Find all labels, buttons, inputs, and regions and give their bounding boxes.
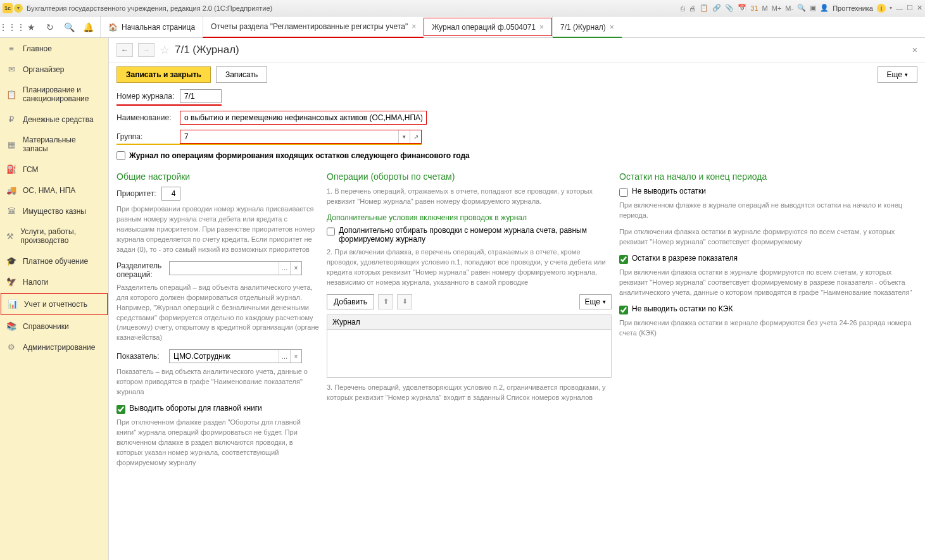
fuel-icon: ⛽: [6, 165, 16, 174]
sidebar-item-services[interactable]: ⚒Услуги, работы, производство: [0, 221, 108, 251]
tab-label: Начальная страница: [122, 23, 195, 32]
sidebar-item-materials[interactable]: ▦Материальные запасы: [0, 130, 108, 159]
name-input[interactable]: [180, 111, 427, 125]
m-plus-icon[interactable]: M+: [772, 4, 782, 12]
separator-help: Разделитель операций – вид объекта анали…: [116, 283, 319, 344]
sidebar-item-accounting[interactable]: 📊Учет и отчетность: [1, 293, 108, 315]
search-icon[interactable]: 🔍: [61, 19, 77, 35]
app-menu-icon[interactable]: ▾: [14, 4, 23, 13]
attach-icon[interactable]: 📎: [725, 4, 734, 12]
hide-kek-checkbox[interactable]: [619, 306, 628, 314]
incoming-balances-checkbox[interactable]: [116, 151, 125, 160]
planning-icon: 📋: [6, 90, 16, 99]
favorite-icon[interactable]: ☆: [160, 43, 170, 57]
ellipsis-icon[interactable]: …: [279, 262, 290, 275]
sidebar-item-directories[interactable]: 📚Справочники: [0, 316, 108, 337]
sidebar-item-taxes[interactable]: 🦅Налоги: [0, 271, 108, 292]
close-icon[interactable]: ×: [610, 23, 614, 32]
maximize-icon[interactable]: ☐: [907, 4, 913, 12]
truck-icon: 🚚: [6, 185, 16, 195]
extra-filter-checkbox[interactable]: [327, 227, 335, 236]
tab-label: 7/1 (Журнал): [560, 23, 606, 32]
tab-journal-71[interactable]: 7/1 (Журнал) ×: [552, 16, 622, 37]
gb-turnover-checkbox[interactable]: [116, 405, 125, 414]
link-icon[interactable]: 🔗: [712, 4, 721, 12]
zoom-icon[interactable]: 🔍: [797, 4, 806, 12]
date-icon[interactable]: 31: [750, 4, 758, 12]
save-close-button[interactable]: Записать и закрыть: [116, 66, 211, 83]
forward-button[interactable]: →: [138, 43, 154, 57]
sidebar-item-label: Главное: [23, 44, 52, 53]
sidebar-item-label: ОС, НМА, НПА: [23, 186, 75, 195]
close-window-icon[interactable]: ✕: [917, 4, 922, 12]
sidebar-item-fuel[interactable]: ⛽ГСМ: [0, 159, 108, 180]
close-icon[interactable]: ×: [539, 23, 544, 32]
report-icon: 📊: [8, 299, 18, 309]
hide-balances-checkbox[interactable]: [619, 188, 628, 197]
dropdown-icon[interactable]: ▾: [398, 130, 410, 143]
info-dd-icon[interactable]: ▾: [890, 5, 892, 11]
close-icon[interactable]: ×: [912, 45, 917, 55]
section-title: Операции (обороты по счетам): [327, 171, 612, 182]
calendar-icon[interactable]: 📅: [738, 4, 746, 12]
more-button[interactable]: Еще: [579, 294, 612, 309]
m-minus-icon[interactable]: M-: [785, 4, 793, 12]
sidebar-item-money[interactable]: ₽Денежные средства: [0, 109, 108, 130]
sidebar-item-label: Платное обучение: [23, 257, 88, 266]
sidebar-item-organizer[interactable]: ✉Органайзер: [0, 59, 108, 80]
sidebar-item-label: Услуги, работы, производство: [20, 227, 102, 245]
back-button[interactable]: ←: [116, 43, 133, 57]
clipboard-icon[interactable]: 📋: [700, 4, 708, 12]
indicator-input[interactable]: [170, 350, 279, 363]
history-icon[interactable]: ↻: [42, 19, 58, 35]
group-input[interactable]: [180, 130, 398, 143]
tab-home[interactable]: 🏠 Начальная страница: [100, 16, 203, 37]
tab-journal-ops[interactable]: Журнал операций ф.0504071 ×: [424, 18, 552, 36]
print-icon[interactable]: ⎙: [681, 4, 685, 12]
sidebar-item-treasury[interactable]: 🏛Имущество казны: [0, 201, 108, 221]
save-button[interactable]: Записать: [216, 66, 267, 83]
clear-icon[interactable]: ×: [290, 350, 301, 363]
menu-icon: ≡: [6, 44, 16, 53]
table-header: Журнал: [327, 315, 611, 330]
more-button[interactable]: Еще: [878, 66, 917, 83]
journal-number-label: Номер журнала:: [116, 92, 175, 101]
balances-h4: При включении флажка остатки в жернале ф…: [619, 318, 917, 339]
notify-icon[interactable]: 🔔: [80, 19, 96, 35]
apps-icon[interactable]: ⋮⋮⋮: [4, 19, 20, 35]
indicator-balances-checkbox[interactable]: [619, 255, 628, 264]
sidebar-item-label: Материальные запасы: [23, 135, 102, 153]
info-icon[interactable]: i: [877, 4, 886, 13]
favorites-icon[interactable]: ★: [23, 19, 39, 35]
titlebar: 1c ▾ Бухгалтерия государственного учрежд…: [0, 0, 925, 16]
close-icon[interactable]: ×: [412, 22, 416, 31]
move-down-icon[interactable]: ⬇: [397, 294, 412, 309]
m-icon[interactable]: M: [762, 4, 768, 12]
add-button[interactable]: Добавить: [327, 294, 374, 309]
tab-label: Отчеты раздела "Регламентированные регис…: [211, 22, 408, 31]
sidebar-item-education[interactable]: 🎓Платное обучение: [0, 251, 108, 271]
ellipsis-icon[interactable]: …: [279, 350, 290, 363]
move-up-icon[interactable]: ⬆: [378, 294, 393, 309]
education-icon: 🎓: [6, 256, 16, 266]
journal-number-input[interactable]: [180, 89, 222, 103]
hide-kek-label: Не выводить остатки по КЭК: [632, 304, 733, 313]
sidebar-item-admin[interactable]: ⚙Администрирование: [0, 337, 108, 358]
sidebar-item-planning[interactable]: 📋Планирование и санкционирование: [0, 80, 108, 109]
priority-input[interactable]: [161, 187, 180, 201]
tab-reports[interactable]: Отчеты раздела "Регламентированные регис…: [203, 16, 424, 38]
journals-table[interactable]: Журнал: [327, 314, 612, 378]
print-preview-icon[interactable]: 🖨: [689, 4, 696, 12]
clear-icon[interactable]: ×: [290, 262, 301, 275]
user-label[interactable]: Прогтехника: [833, 4, 873, 12]
indicator-label: Показатель:: [116, 352, 164, 361]
priority-label: Приоритет:: [116, 189, 156, 198]
tax-icon: 🦅: [6, 277, 16, 287]
general-settings-column: Общие настройки Приоритет: При формирова…: [116, 171, 319, 475]
open-icon[interactable]: ↗: [410, 130, 421, 143]
panels-icon[interactable]: ▣: [810, 4, 816, 12]
separator-input[interactable]: [170, 262, 279, 275]
minimize-icon[interactable]: —: [896, 4, 903, 12]
sidebar-item-fixed-assets[interactable]: 🚚ОС, НМА, НПА: [0, 180, 108, 201]
sidebar-item-main[interactable]: ≡Главное: [0, 38, 108, 59]
